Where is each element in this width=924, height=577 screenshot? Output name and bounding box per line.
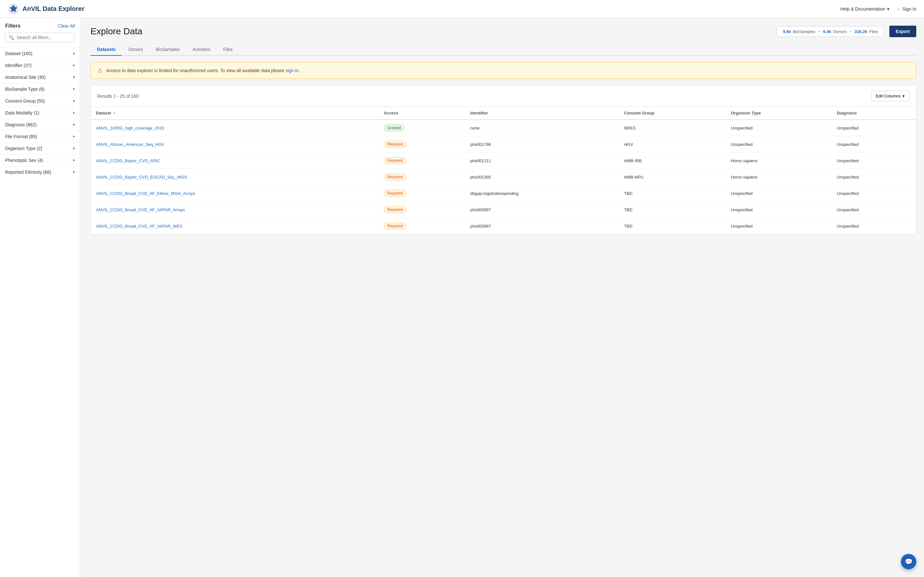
dataset-link[interactable]: ANVIL_CCDG_Broad_CVD_AF_VAFAR_Arrays [96,207,185,212]
dataset-link[interactable]: ANVIL_CCDG_Baylor_CVD_EOCAD_SoL_WGS [96,175,187,179]
header-right: Help & Documentation ▾ → Sign In [840,6,916,11]
diagnosis-cell: Unspecified [832,119,916,136]
biosamples-label: BioSamples [793,29,815,34]
chat-icon: 💬 [905,558,913,566]
logo-text: AnVIL Data Explorer [23,5,84,13]
access-cell: Required [379,201,465,218]
access-cell: Required [379,136,465,153]
filter-item[interactable]: Consent Group (55)▾ [0,95,80,107]
filter-label: Anatomical Site (30) [5,75,45,80]
column-header-dataset[interactable]: Dataset ↑ [91,107,379,119]
filter-list: Dataset (160)▾Identifier (37)▾Anatomical… [0,47,80,178]
organism-type-cell: Homo sapiens [726,153,832,169]
sign-in-button[interactable]: → Sign In [896,6,916,11]
chat-fab-button[interactable]: 💬 [901,554,916,569]
diagnosis-cell: Unspecified [832,218,916,234]
tab-activities[interactable]: Activities [186,44,216,56]
access-cell: Required [379,185,465,201]
filter-label: Organism Type (2) [5,146,42,151]
table-row: ANVIL_CCDG_Broad_CVD_AF_VAFAR_WESRequire… [91,218,916,234]
filter-item[interactable]: Dataset (160)▾ [0,47,80,59]
filter-item[interactable]: BioSample Type (6)▾ [0,83,80,95]
organism-type-cell: Unspecified [726,136,832,153]
results-count: Results 1 - 25 of 160 [97,93,139,99]
access-cell: Required [379,153,465,169]
filter-item[interactable]: Phenotypic Sex (4)▾ [0,154,80,166]
table-row: ANVIL_CCDG_Broad_CVD_AF_VAFAR_ArraysRequ… [91,201,916,218]
filter-item[interactable]: File Format (85)▾ [0,131,80,142]
consent-group-cell: HGV [619,136,726,153]
access-badge: Required [384,141,407,148]
identifier-cell: phs000997 [465,218,619,234]
donors-count: 6.4k [823,29,831,34]
svg-point-2 [12,7,15,11]
biosamples-count: 9.6k [783,29,791,34]
alert-banner: ⚠ Access to data explorer is limited for… [90,62,916,79]
filter-item[interactable]: Reported Ethnicity (68)▾ [0,166,80,178]
dataset-cell: ANVIL_CCDG_Baylor_CVD_EOCAD_SoL_WGS [91,169,379,185]
tab-biosamples[interactable]: BioSamples [150,44,186,56]
chevron-down-icon: ▾ [903,93,905,98]
tab-files[interactable]: Files [216,44,239,56]
diagnosis-cell: Unspecified [832,169,916,185]
tabs: DatasetsDonorsBioSamplesActivitiesFiles [90,44,916,56]
filter-item[interactable]: Diagnosis (862)▾ [0,119,80,131]
filter-item[interactable]: Organism Type (2)▾ [0,142,80,154]
table-row: ANVIL_CCDG_Baylor_CVD_EOCAD_SoL_WGSRequi… [91,169,916,185]
column-header-consent-group: Consent Group [619,107,726,119]
consent-group-cell: NRES [619,119,726,136]
files-count: 316.2k [855,29,867,34]
layout: Filters Clear All 🔍 Dataset (160)▾Identi… [0,18,924,577]
table-row: ANVIL_CCDG_Broad_CVD_AF_Ellinor_MGH_Arra… [91,185,916,201]
tab-donors[interactable]: Donors [122,44,149,56]
sidebar-header: Filters Clear All [0,23,80,33]
identifier-cell: phs001798 [465,136,619,153]
column-header-access: Access [379,107,465,119]
search-icon: 🔍 [9,35,14,40]
export-button[interactable]: Export [889,26,916,37]
dataset-link[interactable]: ANVIL_1000G_high_coverage_2019 [96,126,164,131]
dataset-link[interactable]: ANVIL_African_American_Seq_HGV [96,142,164,147]
access-badge: Required [384,206,407,213]
column-header-identifier: Identifier [465,107,619,119]
filter-label: File Format (85) [5,134,37,139]
dataset-cell: ANVIL_CCDG_Broad_CVD_AF_Ellinor_MGH_Arra… [91,185,379,201]
filter-label: Data Modality (1) [5,110,39,115]
sort-icon: ↑ [113,111,116,115]
clear-all-button[interactable]: Clear All [58,23,75,29]
chevron-down-icon: ▾ [73,75,75,79]
chevron-down-icon: ▾ [73,99,75,103]
diagnosis-cell: Unspecified [832,185,916,201]
filter-search-input[interactable] [17,35,71,40]
diagnosis-cell: Unspecified [832,153,916,169]
tab-datasets[interactable]: Datasets [90,44,122,56]
dataset-link[interactable]: ANVIL_CCDG_Baylor_CVD_ARIC [96,158,160,163]
datasets-table: Dataset ↑AccessIdentifierConsent GroupOr… [91,107,916,234]
table-row: ANVIL_African_American_Seq_HGVRequiredph… [91,136,916,153]
filter-item[interactable]: Anatomical Site (30)▾ [0,71,80,83]
access-badge: Required [384,157,407,164]
column-header-diagnosis: Diagnosis [832,107,916,119]
sign-in-link[interactable]: sign in [286,68,298,73]
access-badge: Required [384,173,407,181]
chevron-down-icon: ▾ [887,6,889,11]
filter-label: Dataset (160) [5,51,32,56]
dataset-link[interactable]: ANVIL_CCDG_Broad_CVD_AF_VAFAR_WES [96,224,182,229]
filter-item[interactable]: Identifier (37)▾ [0,59,80,71]
identifier-cell: phs000997 [465,201,619,218]
organism-type-cell: Unspecified [726,201,832,218]
alert-icon: ⚠ [97,67,102,74]
consent-group-cell: TBD [619,218,726,234]
logo[interactable]: AnVIL Data Explorer [8,3,84,15]
help-documentation-button[interactable]: Help & Documentation ▾ [840,6,889,11]
dataset-link[interactable]: ANVIL_CCDG_Broad_CVD_AF_Ellinor_MGH_Arra… [96,191,195,196]
chevron-down-icon: ▾ [73,87,75,91]
edit-columns-button[interactable]: Edit Columns ▾ [871,91,909,101]
access-cell: Required [379,169,465,185]
filter-item[interactable]: Data Modality (1)▾ [0,107,80,119]
dataset-cell: ANVIL_CCDG_Baylor_CVD_ARIC [91,153,379,169]
filter-search-box: 🔍 [5,33,75,42]
access-cell: Required [379,218,465,234]
dataset-cell: ANVIL_CCDG_Broad_CVD_AF_VAFAR_WES [91,218,379,234]
chevron-down-icon: ▾ [73,158,75,163]
